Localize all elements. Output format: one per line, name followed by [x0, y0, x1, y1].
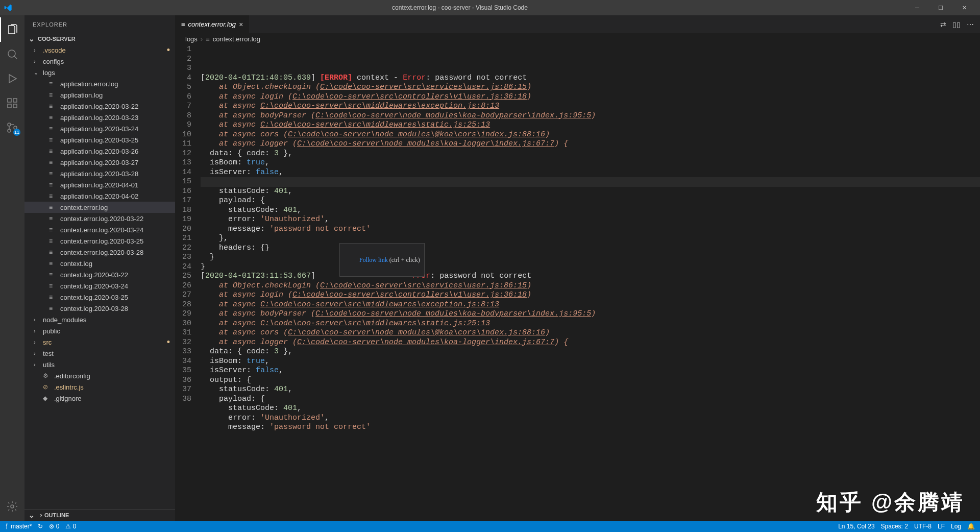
svg-rect-3	[8, 104, 11, 108]
maximize-button[interactable]: ☐	[929, 0, 952, 15]
titlebar: context.error.log - coo-server - Visual …	[0, 0, 980, 15]
tree-item--eslintrc-js[interactable]: ⊘.eslintrc.js	[24, 381, 175, 393]
file-tree: ›.vscode•›configs⌄logs≡application.error…	[24, 44, 175, 509]
file-icon: ≡	[49, 148, 57, 155]
tree-item-application-log-2020-03-24[interactable]: ≡application.log.2020-03-24	[24, 123, 175, 134]
tree-label: context.log.2020-03-28	[60, 305, 128, 312]
more-actions-icon[interactable]: ⋯	[967, 20, 974, 29]
tab-context-error-log[interactable]: ≡ context.error.log ×	[175, 15, 250, 33]
tree-item-context-log-2020-03-28[interactable]: ≡context.log.2020-03-28	[24, 303, 175, 314]
chevron-icon: ›	[34, 350, 40, 356]
tree-item-application-log[interactable]: ≡application.log	[24, 89, 175, 101]
tree-item-context-error-log-2020-03-24[interactable]: ≡context.error.log.2020-03-24	[24, 224, 175, 235]
tree-item--vscode[interactable]: ›.vscode•	[24, 44, 175, 56]
tree-label: .gitignore	[54, 395, 81, 402]
tree-item-public[interactable]: ›public	[24, 325, 175, 336]
close-button[interactable]: ✕	[952, 0, 976, 15]
run-debug-icon[interactable]	[0, 66, 24, 91]
tree-label: .editorconfig	[54, 372, 90, 380]
tree-label: src	[43, 338, 52, 346]
tree-item-context-log-2020-03-24[interactable]: ≡context.log.2020-03-24	[24, 280, 175, 292]
file-icon: ≡	[49, 91, 57, 99]
explorer-icon[interactable]	[0, 17, 24, 42]
problems-warnings[interactable]: ⚠ 0	[65, 523, 76, 530]
tree-item-application-log-2020-04-02[interactable]: ≡application.log.2020-04-02	[24, 190, 175, 202]
tree-item-application-log-2020-03-27[interactable]: ≡application.log.2020-03-27	[24, 157, 175, 168]
sidebar-title: EXPLORER	[24, 15, 175, 33]
project-section[interactable]: COO-SERVER	[24, 33, 175, 44]
file-icon: ≡	[49, 181, 57, 188]
editor[interactable]: 1234567891011121314151617181920212223242…	[175, 45, 980, 521]
svg-rect-2	[13, 99, 17, 102]
tree-item-context-error-log[interactable]: ≡context.error.log	[24, 202, 175, 213]
problems-errors[interactable]: ⊗ 0	[49, 523, 59, 530]
tree-item-context-log[interactable]: ≡context.log	[24, 258, 175, 269]
tree-item-utils[interactable]: ›utils	[24, 359, 175, 370]
sync-button[interactable]: ↻	[38, 523, 43, 530]
file-icon: ≡	[49, 136, 57, 143]
tree-item--editorconfig[interactable]: ⚙.editorconfig	[24, 370, 175, 381]
outline-section[interactable]: ⌄OUTLINE	[24, 509, 175, 521]
tree-item-node-modules[interactable]: ›node_modules	[24, 314, 175, 325]
cursor-position[interactable]: Ln 15, Col 23	[838, 523, 874, 530]
compare-icon[interactable]: ⇄	[940, 20, 946, 29]
tree-item-context-log-2020-03-22[interactable]: ≡context.log.2020-03-22	[24, 269, 175, 280]
file-icon: ⚙	[43, 372, 51, 379]
svg-point-0	[8, 50, 15, 57]
split-editor-icon[interactable]: ▯▯	[952, 20, 961, 29]
file-icon: ≡	[206, 35, 210, 43]
tree-item-application-error-log[interactable]: ≡application.error.log	[24, 78, 175, 89]
eol[interactable]: LF	[938, 523, 945, 530]
minimize-button[interactable]: ─	[905, 0, 929, 15]
tree-item-application-log-2020-03-22[interactable]: ≡application.log.2020-03-22	[24, 101, 175, 112]
tree-item-context-error-log-2020-03-22[interactable]: ≡context.error.log.2020-03-22	[24, 213, 175, 224]
tree-item-context-error-log-2020-03-25[interactable]: ≡context.error.log.2020-03-25	[24, 235, 175, 247]
chevron-icon: ›	[34, 328, 40, 334]
svg-rect-1	[8, 99, 11, 102]
settings-gear-icon[interactable]	[0, 494, 24, 519]
tree-item-application-log-2020-03-28[interactable]: ≡application.log.2020-03-28	[24, 168, 175, 179]
svg-point-6	[8, 129, 11, 132]
code-content[interactable]: Follow link (ctrl + click) [2020-04-01T2…	[201, 45, 980, 521]
line-gutter: 1234567891011121314151617181920212223242…	[175, 45, 201, 521]
vscode-logo-icon	[4, 3, 14, 13]
encoding[interactable]: UTF-8	[914, 523, 932, 530]
breadcrumb[interactable]: logs › ≡ context.error.log	[175, 33, 980, 45]
file-icon: ≡	[49, 204, 57, 211]
tree-item-logs[interactable]: ⌄logs	[24, 67, 175, 78]
tree-label: context.log	[60, 260, 92, 268]
file-icon: ⊘	[43, 383, 51, 391]
chevron-icon: ⌄	[34, 69, 40, 76]
search-icon[interactable]	[0, 42, 24, 66]
tree-label: public	[43, 327, 60, 335]
watermark: 知乎 @余腾靖	[816, 488, 965, 517]
language-mode[interactable]: Log	[951, 523, 961, 530]
tree-item-application-log-2020-04-01[interactable]: ≡application.log.2020-04-01	[24, 179, 175, 190]
close-tab-icon[interactable]: ×	[239, 20, 243, 29]
scm-icon[interactable]: 11	[0, 115, 24, 140]
tree-item-application-log-2020-03-25[interactable]: ≡application.log.2020-03-25	[24, 134, 175, 146]
svg-rect-4	[13, 104, 17, 108]
activity-bar: 11	[0, 15, 24, 521]
tree-item--gitignore[interactable]: ◆.gitignore	[24, 393, 175, 404]
tree-item-context-log-2020-03-25[interactable]: ≡context.log.2020-03-25	[24, 292, 175, 303]
tree-item-configs[interactable]: ›configs	[24, 56, 175, 67]
chevron-icon: ›	[34, 339, 40, 345]
tree-label: context.error.log.2020-03-28	[60, 249, 143, 256]
chevron-icon: ›	[34, 58, 40, 64]
tree-label: application.log.2020-03-27	[60, 159, 138, 166]
file-icon: ≡	[49, 237, 57, 245]
extensions-icon[interactable]	[0, 91, 24, 115]
branch-indicator[interactable]: ᚶ master*	[5, 523, 32, 530]
tree-item-application-log-2020-03-23[interactable]: ≡application.log.2020-03-23	[24, 112, 175, 123]
notifications-bell-icon[interactable]: 🔔	[967, 523, 975, 530]
file-icon: ≡	[49, 114, 57, 121]
tab-bar: ≡ context.error.log × ⇄ ▯▯ ⋯	[175, 15, 980, 33]
file-icon: ≡	[49, 226, 57, 233]
tree-label: application.log	[60, 91, 103, 99]
tree-item-application-log-2020-03-26[interactable]: ≡application.log.2020-03-26	[24, 146, 175, 157]
indentation[interactable]: Spaces: 2	[881, 523, 908, 530]
tree-item-context-error-log-2020-03-28[interactable]: ≡context.error.log.2020-03-28	[24, 247, 175, 258]
tree-item-src[interactable]: ›src•	[24, 336, 175, 348]
tree-item-test[interactable]: ›test	[24, 348, 175, 359]
